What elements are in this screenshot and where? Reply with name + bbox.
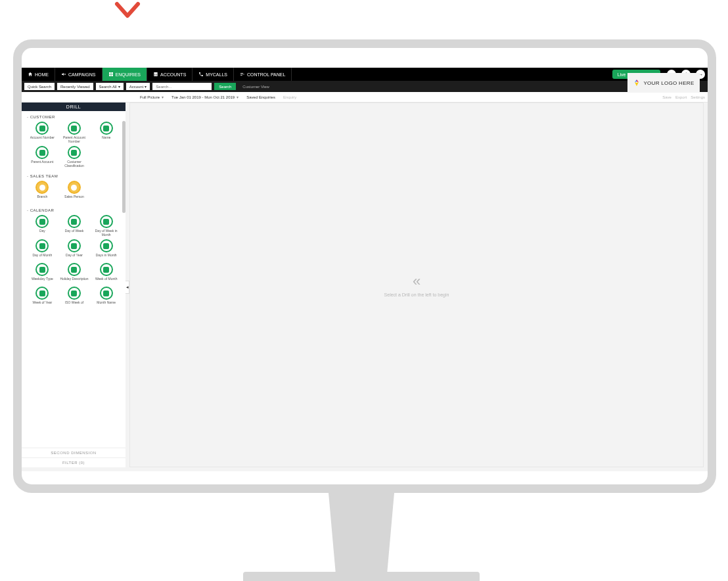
drill-item-label: Day of Week in Month xyxy=(91,229,122,237)
drill-bubble-icon xyxy=(100,239,113,252)
drill-bubble-icon xyxy=(35,215,49,228)
crumb-saved-enquiries[interactable]: Saved Enquiries xyxy=(242,95,279,99)
drill-item[interactable]: Day of Week xyxy=(59,215,90,237)
drill-item[interactable]: Day of Year xyxy=(59,239,90,260)
monitor-base xyxy=(243,572,480,581)
action-save[interactable]: Save xyxy=(662,95,671,99)
drill-bubble-icon xyxy=(35,263,49,276)
drill-item-label: Name xyxy=(102,136,110,143)
chevron-down-icon: ▾ xyxy=(118,84,120,89)
highlight-arrow-icon xyxy=(112,0,143,22)
drill-item-label: Weekday Type xyxy=(32,277,53,284)
svg-rect-2 xyxy=(109,74,111,76)
drill-item[interactable]: ISO Week of xyxy=(59,287,90,308)
action-settings[interactable]: Settings xyxy=(691,95,705,99)
app-screen: HOME CAMPAIGNS ENQUIRIES ACCOUNTS MYCALL… xyxy=(22,68,708,471)
drill-item-label: Parent Account Number xyxy=(59,136,90,143)
drill-item[interactable]: Weekday Type xyxy=(27,263,58,284)
drill-item-label: Week of Month xyxy=(95,277,118,284)
search-input[interactable] xyxy=(152,83,212,90)
drill-bubble-icon xyxy=(100,287,113,300)
svg-rect-1 xyxy=(111,72,113,74)
drill-item-label: Week of Year xyxy=(33,301,53,308)
chevron-down-icon: ▾ xyxy=(237,95,239,99)
drill-item[interactable]: Days in Month xyxy=(91,239,122,260)
drill-bubble-icon xyxy=(35,146,49,159)
search-scope-select[interactable]: Search All▾ xyxy=(96,83,124,90)
drill-item-label: Customer Classification xyxy=(59,160,90,168)
phone-icon xyxy=(198,72,204,77)
tab-second-dimension[interactable]: SECOND DIMENSION xyxy=(22,448,125,457)
crumb-date-range[interactable]: Tue Jan 01 2019 - Mon Oct 21 2019▾ xyxy=(168,95,242,99)
customer-view-link[interactable]: Customer View xyxy=(242,85,269,89)
drill-item-label: Account Number xyxy=(30,136,55,143)
drill-header: DRILL xyxy=(22,103,125,111)
search-entity-select[interactable]: Account▾ xyxy=(126,83,150,90)
drill-item-label: Holiday Description xyxy=(60,277,88,284)
drill-item-label: Month Name xyxy=(97,301,116,308)
logo-icon xyxy=(633,79,641,87)
drill-bubble-icon xyxy=(100,263,113,276)
drill-bubble-icon xyxy=(35,239,49,252)
drill-item[interactable]: Week of Year xyxy=(27,287,58,308)
collapse-panel-button[interactable]: ◂ xyxy=(125,281,129,294)
home-icon xyxy=(28,72,33,77)
drill-item[interactable]: Day of Month xyxy=(27,239,58,260)
drill-bubble-icon xyxy=(68,215,81,228)
drill-item[interactable]: Week of Month xyxy=(91,263,122,284)
drill-item[interactable]: Day of Week in Month xyxy=(91,215,122,237)
drill-item[interactable]: Parent Account Number xyxy=(59,122,90,143)
monitor-frame: HOME CAMPAIGNS ENQUIRIES ACCOUNTS MYCALL… xyxy=(13,39,716,493)
building-icon xyxy=(153,72,158,77)
drill-item-label: Day of Month xyxy=(32,254,52,260)
drill-item[interactable]: Parent Account xyxy=(27,146,58,168)
drill-item[interactable]: Branch xyxy=(27,181,58,202)
chevron-down-icon: ▾ xyxy=(162,95,164,99)
section-title: SALES TEAM xyxy=(27,174,122,178)
nav-enquiries[interactable]: ENQUIRIES xyxy=(102,68,148,81)
recently-viewed-button[interactable]: Recently Viewed xyxy=(57,83,93,90)
chevron-down-icon: ▾ xyxy=(145,84,147,89)
drill-item[interactable]: Holiday Description xyxy=(59,263,90,284)
drill-panel: DRILL CUSTOMERAccount NumberParent Accou… xyxy=(22,103,125,467)
scrollbar-thumb[interactable] xyxy=(122,121,125,213)
logo-placeholder: YOUR LOGO HERE xyxy=(627,73,700,93)
section-title: CUSTOMER xyxy=(27,115,122,119)
drill-bubble-icon xyxy=(68,122,81,135)
megaphone-icon xyxy=(61,72,66,77)
nav-campaigns[interactable]: CAMPAIGNS xyxy=(55,68,102,81)
drill-item[interactable]: Sales Person xyxy=(59,181,90,202)
tab-filter[interactable]: FILTER (0) xyxy=(22,457,125,467)
drill-item[interactable]: Month Name xyxy=(91,287,122,308)
quick-search-button[interactable]: Quick Search xyxy=(24,83,55,90)
action-export[interactable]: Export xyxy=(675,95,687,99)
double-chevron-left-icon: « xyxy=(413,273,421,290)
search-button[interactable]: Search xyxy=(214,83,236,90)
grid-icon xyxy=(108,72,114,77)
drill-item-label: Day of Year xyxy=(66,254,83,260)
nav-mycalls[interactable]: MYCALLS xyxy=(193,68,234,81)
breadcrumb-bar: Full Picture▾ Tue Jan 01 2019 - Mon Oct … xyxy=(22,92,708,103)
drill-item[interactable]: Account Number xyxy=(27,122,58,143)
drill-item-label: ISO Week of xyxy=(65,301,83,308)
drill-item-label: Branch xyxy=(37,195,47,202)
drill-item[interactable]: Day xyxy=(27,215,58,237)
nav-home[interactable]: HOME xyxy=(22,68,55,81)
drill-item[interactable]: Name xyxy=(91,122,122,143)
drill-bubble-icon xyxy=(35,122,49,135)
drill-bubble-icon xyxy=(68,263,81,276)
drill-item-label: Day of Week xyxy=(65,229,84,236)
nav-control-panel[interactable]: CONTROL PANEL xyxy=(234,68,292,81)
monitor-stand-icon xyxy=(309,493,414,581)
drill-bubble-icon xyxy=(68,287,81,300)
crumb-enquiry: Enquiry xyxy=(279,95,300,99)
drill-item-label: Days in Month xyxy=(96,254,117,260)
nav-accounts[interactable]: ACCOUNTS xyxy=(147,68,193,81)
empty-state-message: Select a Drill on the left to begin xyxy=(384,292,449,297)
crumb-full-picture[interactable]: Full Picture▾ xyxy=(136,95,168,99)
drill-bubble-icon xyxy=(68,146,81,159)
drill-item-label: Sales Person xyxy=(64,195,84,202)
drill-item[interactable]: Customer Classification xyxy=(59,146,90,168)
sliders-icon xyxy=(240,72,245,77)
drill-bubble-icon xyxy=(100,215,113,228)
